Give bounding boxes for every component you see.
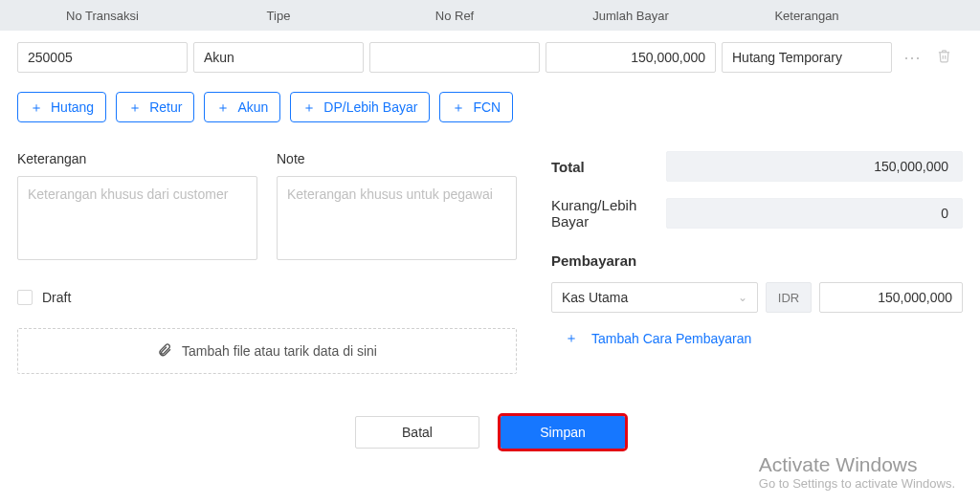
no-ref-input[interactable]	[369, 42, 540, 73]
paperclip-icon	[157, 342, 172, 361]
pembayaran-label: Pembayaran	[551, 252, 963, 269]
plus-icon: ＋	[302, 100, 316, 114]
jumlah-bayar-input[interactable]: 150,000,000	[546, 42, 716, 73]
plus-icon: ＋	[216, 100, 230, 114]
note-label: Note	[277, 151, 517, 166]
th-jumlah-bayar: Jumlah Bayar	[546, 9, 716, 23]
add-hutang-button[interactable]: ＋Hutang	[17, 92, 106, 122]
draft-checkbox[interactable]	[17, 290, 33, 305]
more-actions-icon[interactable]: ⋯	[903, 47, 920, 68]
payment-amount-input[interactable]: 150,000,000	[819, 282, 963, 313]
th-keterangan: Keterangan	[722, 9, 892, 23]
th-no-ref: No Ref	[369, 9, 540, 23]
keterangan-textarea[interactable]	[17, 176, 257, 260]
plus-icon: ＋	[565, 330, 578, 347]
cancel-button[interactable]: Batal	[355, 416, 479, 449]
add-payment-method-link[interactable]: ＋ Tambah Cara Pembayaran	[565, 330, 963, 347]
dropzone-text: Tambah file atau tarik data di sini	[182, 343, 377, 359]
plus-icon: ＋	[30, 100, 43, 114]
delete-icon[interactable]	[937, 49, 951, 66]
th-no-transaksi: No Transaksi	[17, 9, 188, 23]
currency-label: IDR	[766, 282, 812, 313]
plus-icon: ＋	[452, 100, 465, 114]
note-textarea[interactable]	[277, 176, 517, 260]
chevron-down-icon: ⌄	[738, 291, 747, 304]
payment-account-value: Kas Utama	[562, 290, 628, 305]
total-value: 150,000,000	[666, 151, 963, 182]
windows-activation-watermark: Activate Windows Go to Settings to activ…	[759, 453, 955, 491]
table-row: 250005 Akun 150,000,000 Hutang Temporary…	[17, 31, 963, 84]
draft-label: Draft	[42, 290, 71, 305]
total-label: Total	[551, 159, 666, 175]
add-fcn-button[interactable]: ＋FCN	[439, 92, 513, 122]
table-header: No Transaksi Tipe No Ref Jumlah Bayar Ke…	[0, 0, 980, 31]
tipe-input[interactable]: Akun	[193, 42, 364, 73]
add-retur-button[interactable]: ＋Retur	[116, 92, 194, 122]
add-akun-button[interactable]: ＋Akun	[204, 92, 280, 122]
payment-account-select[interactable]: Kas Utama ⌄	[551, 282, 758, 313]
th-tipe: Tipe	[193, 9, 364, 23]
keterangan-row-input[interactable]: Hutang Temporary	[722, 42, 892, 73]
plus-icon: ＋	[128, 100, 142, 114]
add-buttons-row: ＋Hutang ＋Retur ＋Akun ＋DP/Lebih Bayar ＋FC…	[17, 92, 963, 122]
add-dp-button[interactable]: ＋DP/Lebih Bayar	[290, 92, 430, 122]
file-dropzone[interactable]: Tambah file atau tarik data di sini	[17, 328, 517, 374]
kurang-lebih-label: Kurang/Lebih Bayar	[551, 197, 666, 230]
keterangan-label: Keterangan	[17, 151, 257, 166]
no-transaksi-input[interactable]: 250005	[17, 42, 188, 73]
kurang-lebih-value: 0	[666, 198, 963, 229]
footer-actions: Batal Simpan	[17, 416, 963, 449]
save-button[interactable]: Simpan	[501, 416, 625, 449]
